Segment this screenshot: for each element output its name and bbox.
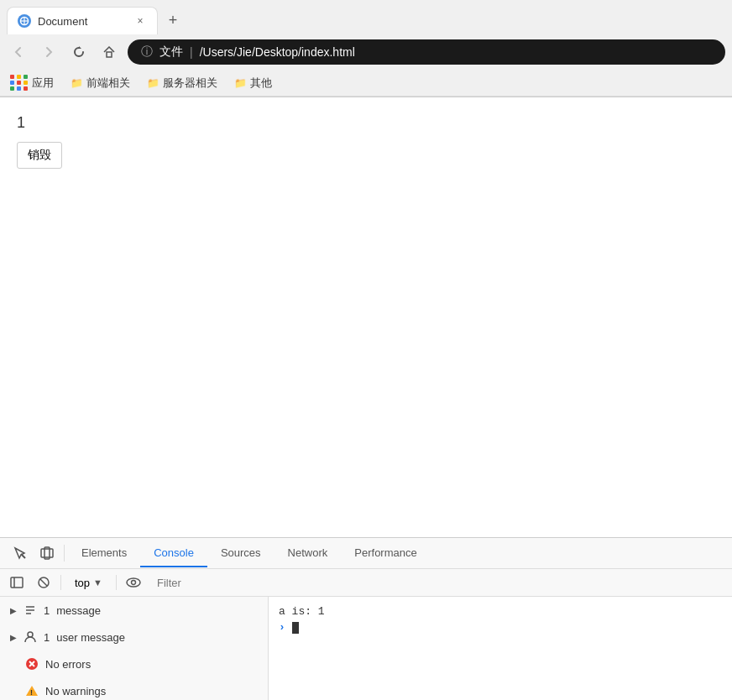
svg-line-11 — [40, 579, 47, 586]
expand-icon: ▶ — [10, 606, 17, 615]
svg-rect-4 — [107, 52, 112, 57]
tab-close-button[interactable]: × — [133, 14, 147, 28]
bookmark-other[interactable]: 📁 其他 — [231, 74, 275, 92]
back-button[interactable] — [7, 40, 30, 64]
svg-text:!: ! — [30, 688, 33, 697]
address-path: /Users/Jie/Desktop/index.html — [200, 45, 355, 59]
toolbar-separator — [60, 575, 61, 590]
tab-sources[interactable]: Sources — [207, 540, 274, 567]
active-tab[interactable]: Document × — [7, 7, 158, 34]
devtools-panel: Elements Console Sources Network Perform… — [0, 537, 732, 700]
folder-icon-3: 📁 — [234, 77, 247, 89]
console-prompt: › — [279, 621, 285, 634]
inspect-tool-button[interactable] — [7, 538, 34, 568]
tab-favicon — [18, 14, 31, 28]
folder-icon-2: 📁 — [147, 77, 159, 89]
destroy-button[interactable]: 销毁 — [17, 142, 62, 169]
warning-triangle-icon: ! — [25, 684, 39, 697]
svg-marker-3 — [79, 46, 81, 49]
tab-elements[interactable]: Elements — [68, 540, 140, 567]
sidebar-item-warnings[interactable]: ! No warnings — [0, 677, 268, 700]
devtools-body: ▶ 1 message ▶ 1 user message No err — [0, 597, 732, 700]
address-file-label: 文件 — [159, 44, 183, 60]
context-selector[interactable]: top ▼ — [68, 575, 109, 591]
console-cursor — [292, 622, 299, 634]
svg-rect-6 — [41, 549, 53, 557]
user-messages-label: user message — [56, 631, 125, 644]
reload-button[interactable] — [67, 40, 91, 64]
forward-button[interactable] — [37, 40, 60, 64]
user-messages-count: 1 — [44, 631, 50, 644]
messages-icon — [24, 603, 37, 617]
console-log-line: a is: 1 — [279, 603, 722, 619]
folder-icon: 📁 — [71, 77, 83, 89]
svg-line-5 — [21, 554, 25, 558]
tab-performance[interactable]: Performance — [341, 540, 430, 567]
page-number: 1 — [17, 114, 715, 132]
tab-title: Document — [38, 15, 127, 28]
devtools-tabs: Elements Console Sources Network Perform… — [0, 538, 732, 569]
devtools-sidebar: ▶ 1 message ▶ 1 user message No err — [0, 597, 269, 700]
apps-grid-icon — [10, 75, 29, 91]
devtools-toolbar: top ▼ — [0, 569, 732, 597]
new-tab-button[interactable]: + — [161, 9, 185, 33]
sidebar-item-user-messages[interactable]: ▶ 1 user message — [0, 624, 268, 650]
address-input[interactable]: ⓘ 文件 | /Users/Jie/Desktop/index.html — [128, 39, 725, 65]
warnings-label: No warnings — [45, 685, 106, 697]
errors-label: No errors — [45, 658, 91, 671]
bookmark-frontend-label: 前端相关 — [86, 76, 130, 91]
messages-count: 1 — [44, 604, 50, 617]
filter-input[interactable] — [150, 575, 725, 591]
clear-console-button[interactable] — [34, 572, 54, 593]
sidebar-item-errors[interactable]: No errors — [0, 650, 268, 677]
home-button[interactable] — [97, 40, 121, 64]
eye-button[interactable] — [123, 572, 144, 593]
page-content: 1 销毁 — [0, 97, 732, 537]
bookmark-apps[interactable]: 应用 — [7, 73, 57, 92]
tab-bar: Document × + — [0, 0, 732, 34]
svg-point-13 — [131, 581, 135, 585]
address-bar: ⓘ 文件 | /Users/Jie/Desktop/index.html — [0, 34, 732, 70]
tab-divider — [64, 545, 65, 562]
context-value: top — [75, 577, 90, 589]
console-output: a is: 1 › — [269, 597, 732, 700]
device-tool-button[interactable] — [34, 538, 60, 568]
tab-console[interactable]: Console — [140, 540, 207, 567]
console-input-line[interactable]: › — [279, 619, 722, 635]
svg-point-12 — [127, 578, 140, 587]
expand-icon-2: ▶ — [10, 633, 17, 642]
address-info-icon: ⓘ — [141, 44, 153, 60]
dropdown-arrow-icon: ▼ — [93, 577, 102, 588]
messages-label: message — [56, 604, 101, 617]
svg-rect-8 — [11, 577, 23, 588]
toolbar-separator-2 — [116, 575, 117, 590]
address-separator: | — [190, 45, 193, 59]
console-log-text: a is: 1 — [279, 605, 325, 618]
bookmark-frontend[interactable]: 📁 前端相关 — [67, 74, 133, 92]
svg-point-17 — [28, 632, 33, 637]
sidebar-item-messages[interactable]: ▶ 1 message — [0, 597, 268, 624]
bookmarks-bar: 应用 📁 前端相关 📁 服务器相关 📁 其他 — [0, 70, 732, 97]
browser-chrome: Document × + ⓘ 文件 | /Users/Jie/Desktop/i… — [0, 0, 732, 97]
user-icon — [24, 630, 37, 644]
error-circle-icon — [25, 657, 39, 671]
bookmark-server-label: 服务器相关 — [163, 76, 217, 91]
bookmark-server[interactable]: 📁 服务器相关 — [144, 74, 221, 92]
tab-network[interactable]: Network — [274, 540, 342, 567]
bookmark-apps-label: 应用 — [32, 76, 54, 91]
bookmark-other-label: 其他 — [250, 76, 272, 91]
sidebar-toggle-button[interactable] — [7, 572, 27, 593]
